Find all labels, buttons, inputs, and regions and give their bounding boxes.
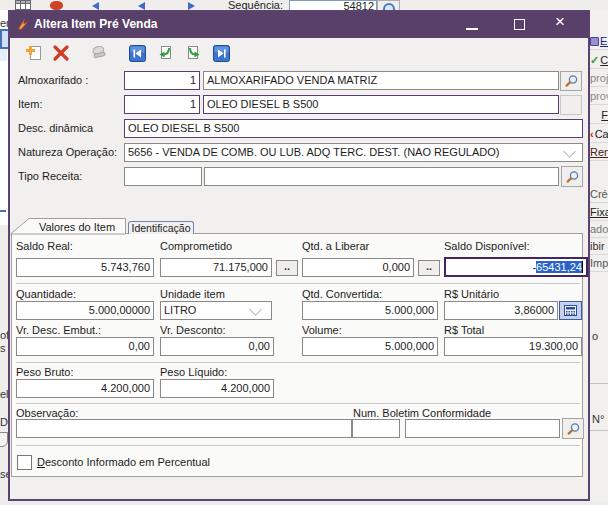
export-icon <box>590 37 599 46</box>
desconto-percentual-checkbox[interactable] <box>17 455 32 470</box>
red-chevron-icon: ‹ <box>590 128 594 140</box>
num-boletim-field[interactable] <box>405 419 560 438</box>
tab-valores-do-item[interactable]: Valores do Item <box>32 221 122 233</box>
item-search-button-disabled <box>560 95 582 115</box>
item-label: Item: <box>18 99 42 110</box>
background-menu-item[interactable]: prov <box>590 88 608 105</box>
num-boletim-code-field[interactable] <box>352 419 400 438</box>
almoxarifado-label: Almoxarifado : <box>18 75 88 86</box>
table-grid-icon <box>15 0 31 10</box>
peso-liquido-label: Peso Líquido: <box>160 367 227 378</box>
background-menu-item[interactable]: proj <box>590 70 608 87</box>
volume-field[interactable]: 5.000,000 <box>302 337 438 356</box>
qtd-liberar-field[interactable]: 0,000 <box>302 258 414 277</box>
tipo-receita-label: Tipo Receita: <box>18 171 82 182</box>
saldo-real-field[interactable]: 5.743,760 <box>16 258 154 277</box>
check-icon: ✓ <box>590 54 599 67</box>
tipo-receita-code-field[interactable] <box>124 167 202 186</box>
search-icon <box>566 422 580 436</box>
item-desc-field[interactable]: OLEO DIESEL B S500 <box>203 95 559 114</box>
background-text-fragment: o <box>592 330 598 342</box>
vr-desconto-label: Vr. Desconto: <box>160 325 226 336</box>
divider <box>590 430 608 431</box>
observacao-field[interactable] <box>16 419 352 438</box>
almoxarifado-search-button[interactable] <box>560 71 582 91</box>
rs-unitario-field[interactable]: 3,86000 <box>444 301 558 320</box>
almoxarifado-desc-field[interactable]: ALMOXARIFADO VENDA MATRIZ <box>203 71 559 90</box>
almoxarifado-code-field[interactable]: 1 <box>124 71 200 90</box>
saldo-disponivel-label: Saldo Disponível: <box>444 241 530 252</box>
minimize-button[interactable] <box>466 28 478 30</box>
grid-cell-fragment <box>0 47 7 61</box>
background-menu-item[interactable]: Imp <box>590 255 608 272</box>
background-menu-item[interactable]: ados <box>590 221 608 238</box>
vr-desc-embut-label: Vr. Desc. Embut.: <box>16 325 101 336</box>
num-boletim-search-button[interactable] <box>562 418 584 439</box>
tab-identificacao[interactable]: Identificação <box>128 221 194 234</box>
num-boletim-label: Num. Boletim Conformidade <box>353 408 491 419</box>
search-icon <box>564 74 578 88</box>
comprometido-field[interactable]: 71.175,000 <box>160 258 272 277</box>
stamp-disabled-icon[interactable] <box>89 44 108 62</box>
next-record-icon[interactable] <box>185 45 202 62</box>
delete-record-icon[interactable] <box>52 44 70 62</box>
saldo-disponivel-field[interactable]: -65431,24 <box>444 257 588 277</box>
item-code-field[interactable]: 1 <box>124 95 200 114</box>
background-text-fragment: el <box>0 388 8 400</box>
qtd-convertida-field[interactable]: 5.000,000 <box>302 301 438 320</box>
nav-arrow-icon <box>188 2 195 10</box>
vr-desconto-field[interactable]: 0,00 <box>160 337 274 356</box>
background-menu-item[interactable]: F <box>590 107 608 124</box>
calculator-icon <box>564 305 577 316</box>
background-text-fragment: se <box>0 468 8 480</box>
rs-total-label: R$ Total <box>444 325 484 336</box>
comprometido-more-button[interactable]: .. <box>276 260 298 276</box>
background-menu-item[interactable]: Fixa <box>590 204 608 221</box>
background-menu-item[interactable]: Rent <box>590 144 608 161</box>
prior-record-icon[interactable] <box>157 45 174 62</box>
background-menu-item[interactable]: ✓Co <box>590 52 608 69</box>
search-icon <box>565 170 579 184</box>
close-button[interactable]: × <box>555 13 565 30</box>
sequence-label: Sequência: <box>228 0 283 10</box>
background-menu-item[interactable]: ibir <box>590 238 608 255</box>
natureza-operacao-label: Natureza Operação: <box>18 147 117 158</box>
tipo-receita-search-button[interactable] <box>561 166 583 187</box>
vr-desc-embut-field[interactable]: 0,00 <box>16 337 154 356</box>
desc-dinamica-label: Desc. dinâmica <box>18 123 93 134</box>
background-menu-item[interactable]: ‹Ca <box>590 126 608 143</box>
rs-unitario-label: R$ Unitário <box>444 289 499 300</box>
background-menu-item[interactable]: Créd <box>590 186 608 203</box>
eraser-red-icon <box>50 1 63 10</box>
unidade-item-label: Unidade item <box>160 289 225 300</box>
nav-arrow-icon <box>138 2 145 10</box>
nav-arrow-icon <box>92 2 99 10</box>
background-menu-item[interactable]: E- <box>590 33 608 50</box>
background-text-fragment: N° <box>592 413 604 425</box>
peso-liquido-field[interactable]: 4.200,000 <box>160 379 274 398</box>
qtd-liberar-more-button[interactable]: .. <box>418 260 440 276</box>
grid-cell-fragment <box>0 29 8 49</box>
desconto-percentual-label: Desconto Informado em Percentual <box>37 457 210 468</box>
search-button-top[interactable] <box>377 0 400 10</box>
observacao-label: Observação: <box>16 408 78 419</box>
qtd-liberar-label: Qtd. a Liberar <box>302 241 369 252</box>
new-record-icon[interactable] <box>24 43 43 62</box>
calculator-button[interactable] <box>559 301 582 320</box>
quantidade-field[interactable]: 5.000,00000 <box>16 301 154 320</box>
background-text-fragment: s <box>0 342 6 354</box>
saldo-real-label: Saldo Real: <box>16 241 73 252</box>
tipo-receita-desc-field[interactable] <box>204 167 559 186</box>
first-record-icon[interactable] <box>129 45 146 62</box>
natureza-operacao-select[interactable]: 5656 - VENDA DE COMB. OU LUB. ADQ TERC. … <box>124 143 583 162</box>
last-record-icon[interactable] <box>213 45 230 62</box>
peso-bruto-label: Peso Bruto: <box>16 367 73 378</box>
desc-dinamica-field[interactable]: OLEO DIESEL B S500 <box>124 119 583 138</box>
screen: Sequência: 54812 erofselDse E-✓Coprojpro… <box>0 0 608 505</box>
rs-total-field[interactable]: 19.300,00 <box>444 337 582 356</box>
peso-bruto-field[interactable]: 4.200,000 <box>16 379 154 398</box>
maximize-button[interactable] <box>514 19 525 30</box>
quantidade-label: Quantidade: <box>16 289 76 300</box>
sequence-field[interactable]: 54812 <box>289 0 377 10</box>
background-text-fragment: of <box>0 329 8 341</box>
